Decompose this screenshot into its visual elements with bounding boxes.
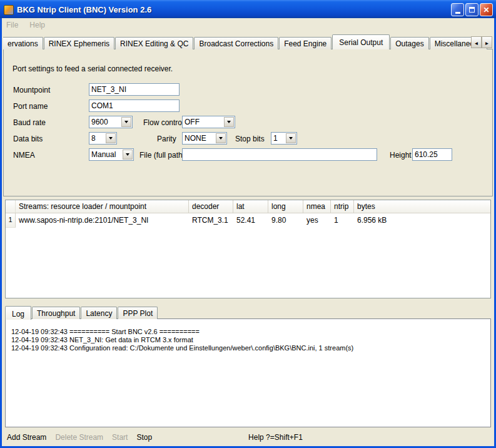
dropdown-arrow-icon	[224, 117, 234, 127]
cell-ntrip: 1	[331, 213, 354, 228]
dropdown-arrow-icon	[121, 117, 131, 127]
tab-broadcast-corrections[interactable]: Broadcast Corrections	[194, 37, 278, 49]
pane-description: Port settings to feed a serial connected…	[13, 64, 173, 73]
nmea-select[interactable]: Manual	[89, 148, 134, 161]
tab-log[interactable]: Log	[5, 306, 31, 320]
tab-rinex-editing-qc[interactable]: RINEX Editing & QC	[115, 37, 193, 49]
minimize-button[interactable]	[451, 3, 464, 16]
start-button[interactable]: Start	[112, 433, 128, 442]
col-header-mountpoint[interactable]: Streams: resource loader / mountpoint	[16, 200, 189, 213]
bottom-tab-bar: Log Throughput Latency PPP Plot	[5, 305, 158, 319]
minimize-icon	[455, 12, 460, 14]
tab-scrollers	[471, 36, 492, 48]
dropdown-arrow-icon	[123, 150, 133, 160]
flow-control-value: OFF	[183, 118, 223, 126]
maximize-icon	[469, 7, 475, 13]
dropdown-arrow-icon	[216, 133, 226, 143]
tab-rinex-ephemeris[interactable]: RINEX Ephemeris	[44, 37, 114, 49]
streams-table-header: Streams: resource loader / mountpoint de…	[6, 200, 490, 213]
col-header-ntrip[interactable]: ntrip	[331, 200, 354, 213]
flow-control-select[interactable]: OFF	[182, 116, 235, 128]
stop-bits-value: 1	[271, 134, 285, 143]
help-label: Help ?=Shift+F1	[248, 433, 303, 442]
data-bits-value: 8	[89, 134, 105, 143]
footer-bar: Add Stream Delete Stream Start Stop Help…	[2, 429, 494, 445]
streams-table: Streams: resource loader / mountpoint de…	[5, 200, 491, 298]
tab-observations[interactable]: ervations	[3, 37, 43, 49]
dropdown-arrow-icon	[106, 133, 116, 143]
tab-latency[interactable]: Latency	[81, 307, 117, 319]
menu-file[interactable]: File	[6, 21, 18, 29]
tab-serial-output[interactable]: Serial Output	[332, 34, 390, 49]
height-input[interactable]	[412, 148, 452, 161]
app-window: BKG Ntrip Client (BNC) Version 2.6 File …	[0, 0, 496, 448]
mountpoint-label: Mountpoint	[13, 86, 50, 94]
arrow-right-icon	[485, 38, 490, 47]
cell-mountpoint: www.sapos-ni-ntrip.de:2101/NET_3_NI	[16, 213, 189, 228]
nmea-value: Manual	[89, 150, 122, 159]
maximize-button[interactable]	[465, 3, 478, 16]
file-path-input[interactable]	[182, 148, 377, 161]
arrow-left-icon	[474, 38, 479, 47]
serial-output-pane: Port settings to feed a serial connected…	[3, 49, 493, 196]
port-name-label: Port name	[13, 102, 48, 111]
tab-bar: ervations RINEX Ephemeris RINEX Editing …	[3, 33, 493, 49]
nmea-label: NMEA	[13, 151, 35, 160]
stop-button[interactable]: Stop	[136, 433, 152, 442]
baud-rate-select[interactable]: 9600	[89, 116, 133, 128]
col-header-bytes[interactable]: bytes	[354, 200, 490, 213]
dropdown-arrow-icon	[286, 133, 296, 143]
baud-rate-value: 9600	[89, 118, 121, 126]
window-title: BKG Ntrip Client (BNC) Version 2.6	[17, 5, 451, 14]
log-line: 12-04-19 09:32:43 Configuration read: C:…	[11, 344, 485, 352]
file-path-label: File (full path)	[139, 151, 185, 160]
cell-nmea: yes	[303, 213, 331, 228]
row-number: 1	[6, 213, 16, 228]
delete-stream-button[interactable]: Delete Stream	[55, 433, 103, 442]
cell-long: 9.80	[268, 213, 303, 228]
col-header-decoder[interactable]: decoder	[189, 200, 233, 213]
menu-help[interactable]: Help	[29, 21, 45, 29]
col-header-nmea[interactable]: nmea	[303, 200, 331, 213]
tab-throughput[interactable]: Throughput	[32, 307, 80, 319]
col-header-long[interactable]: long	[268, 200, 303, 213]
cell-bytes: 6.956 kB	[354, 213, 490, 228]
log-line: 12-04-19 09:32:43 ========== Start BNC v…	[11, 328, 485, 336]
add-stream-button[interactable]: Add Stream	[7, 433, 46, 442]
table-corner	[6, 200, 16, 213]
data-bits-label: Data bits	[13, 135, 43, 143]
menu-bar: File Help	[2, 18, 494, 32]
window-controls	[451, 3, 493, 16]
log-output-area[interactable]: 12-04-19 09:32:43 ========== Start BNC v…	[5, 318, 491, 427]
cell-lat: 52.41	[233, 213, 268, 228]
tab-scroll-left-button[interactable]	[471, 36, 482, 48]
mountpoint-input[interactable]	[89, 83, 180, 96]
table-row[interactable]: 1 www.sapos-ni-ntrip.de:2101/NET_3_NI RT…	[6, 213, 490, 228]
table-empty-area	[6, 228, 490, 298]
col-header-lat[interactable]: lat	[233, 200, 268, 213]
data-bits-select[interactable]: 8	[89, 132, 117, 145]
tab-feed-engine[interactable]: Feed Engine	[279, 37, 332, 49]
parity-value: NONE	[183, 134, 215, 143]
cell-decoder: RTCM_3.1	[189, 213, 233, 228]
height-label: Height	[390, 151, 412, 160]
stop-bits-label: Stop bits	[235, 135, 265, 143]
parity-select[interactable]: NONE	[182, 132, 227, 145]
tab-scroll-right-button[interactable]	[482, 36, 492, 48]
tab-outages[interactable]: Outages	[390, 37, 428, 49]
close-icon	[483, 5, 489, 14]
tab-ppp-plot[interactable]: PPP Plot	[118, 307, 158, 319]
app-icon	[4, 5, 14, 15]
stop-bits-select[interactable]: 1	[271, 132, 297, 145]
log-line: 12-04-19 09:32:43 NET_3_NI: Get data in …	[11, 336, 485, 344]
title-bar: BKG Ntrip Client (BNC) Version 2.6	[0, 0, 496, 18]
flow-control-label: Flow control	[143, 118, 184, 127]
baud-rate-label: Baud rate	[13, 118, 46, 127]
parity-label: Parity	[157, 135, 176, 143]
port-name-input[interactable]	[89, 99, 180, 112]
close-button[interactable]	[480, 3, 493, 16]
